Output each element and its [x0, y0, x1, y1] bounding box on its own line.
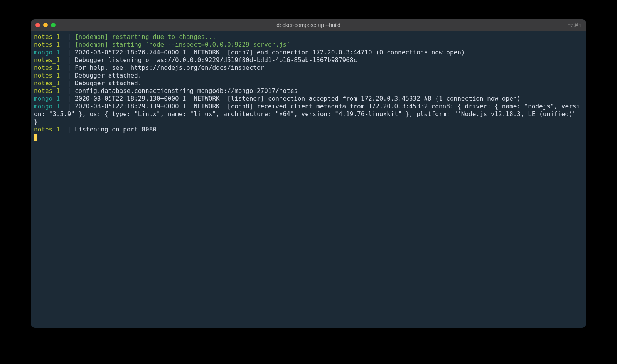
pipe-separator: | — [60, 56, 75, 64]
log-line: notes_1 | [nodemon] starting `node --ins… — [34, 41, 583, 49]
maximize-button[interactable] — [51, 23, 56, 27]
log-message: For help, see: https://nodejs.org/en/doc… — [75, 64, 264, 71]
pipe-separator: | — [60, 87, 75, 94]
pipe-separator: | — [60, 64, 75, 71]
pipe-separator: | — [60, 41, 75, 48]
log-line: notes_1 | config.database.connectionstri… — [34, 87, 583, 95]
pipe-separator: | — [60, 79, 75, 87]
log-message: Listening on port 8080 — [75, 126, 157, 133]
pipe-separator: | — [60, 49, 75, 56]
service-label-mongo: mongo_1 — [34, 49, 60, 56]
log-line: notes_1 | Listening on port 8080 — [34, 126, 583, 133]
service-label-notes: notes_1 — [34, 126, 60, 133]
log-line: notes_1 | For help, see: https://nodejs.… — [34, 64, 583, 72]
pipe-separator: | — [60, 72, 75, 79]
log-message: Debugger listening on ws://0.0.0.0:9229/… — [75, 56, 357, 64]
log-line: notes_1 | Debugger attached. — [34, 79, 583, 87]
service-label-mongo: mongo_1 — [34, 103, 60, 110]
log-message: 2020-08-05T22:18:29.130+0000 I NETWORK [… — [75, 95, 521, 102]
pipe-separator: | — [60, 103, 75, 110]
pipe-separator: | — [60, 33, 75, 40]
log-message: 2020-08-05T22:18:26.744+0000 I NETWORK [… — [75, 49, 465, 56]
close-button[interactable] — [35, 23, 40, 27]
log-line: mongo_1 | 2020-08-05T22:18:29.139+0000 I… — [34, 103, 583, 126]
titlebar: docker-compose up --build ⌥⌘1 — [31, 19, 586, 31]
service-label-notes: notes_1 — [34, 41, 60, 48]
service-label-notes: notes_1 — [34, 79, 60, 87]
traffic-lights — [31, 23, 56, 27]
log-message: [nodemon] restarting due to changes... — [75, 33, 216, 40]
service-label-mongo: mongo_1 — [34, 95, 60, 102]
log-line: mongo_1 | 2020-08-05T22:18:29.130+0000 I… — [34, 95, 583, 103]
log-message: config.database.connectionstring mongodb… — [75, 87, 298, 94]
log-message: Debugger attached. — [75, 79, 142, 87]
service-label-notes: notes_1 — [34, 33, 60, 40]
log-line: notes_1 | Debugger listening on ws://0.0… — [34, 56, 583, 64]
window-shortcut-label: ⌥⌘1 — [568, 22, 582, 28]
minimize-button[interactable] — [43, 23, 48, 27]
log-line: mongo_1 | 2020-08-05T22:18:26.744+0000 I… — [34, 49, 583, 56]
log-message: 2020-08-05T22:18:29.139+0000 I NETWORK [… — [34, 103, 580, 125]
log-line: notes_1 | [nodemon] restarting due to ch… — [34, 33, 583, 41]
pipe-separator: | — [60, 95, 75, 102]
cursor-line — [34, 133, 583, 141]
window-title: docker-compose up --build — [31, 22, 586, 28]
log-message: Debugger attached. — [75, 72, 142, 79]
terminal-output[interactable]: notes_1 | [nodemon] restarting due to ch… — [31, 31, 586, 328]
log-line: notes_1 | Debugger attached. — [34, 72, 583, 79]
service-label-notes: notes_1 — [34, 72, 60, 79]
service-label-notes: notes_1 — [34, 87, 60, 94]
log-message: [nodemon] starting `node --inspect=0.0.0… — [75, 41, 290, 48]
terminal-cursor — [34, 134, 37, 141]
terminal-window: docker-compose up --build ⌥⌘1 notes_1 | … — [31, 19, 586, 328]
pipe-separator: | — [60, 126, 75, 133]
service-label-notes: notes_1 — [34, 64, 60, 71]
service-label-notes: notes_1 — [34, 56, 60, 64]
